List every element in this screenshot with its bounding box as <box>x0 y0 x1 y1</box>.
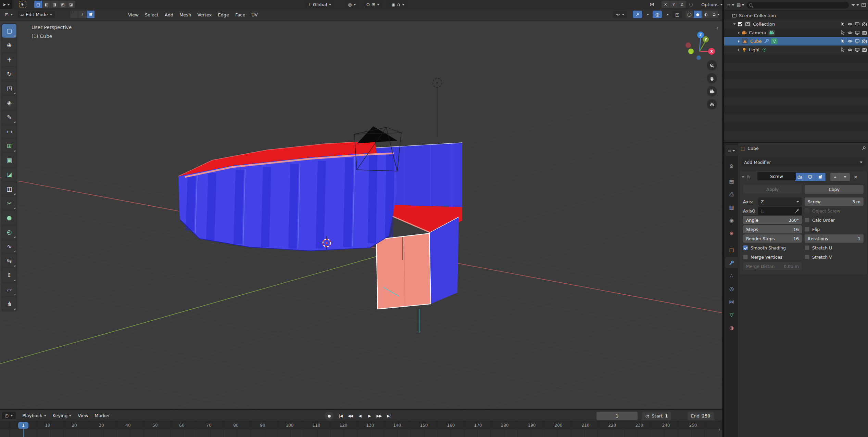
outliner-search[interactable] <box>746 2 849 9</box>
gizmo-neg-x[interactable] <box>685 42 691 48</box>
shading-wireframe-button[interactable]: ◯ <box>685 11 694 18</box>
tool-move[interactable]: + <box>2 53 16 66</box>
mirror-y-button[interactable]: Y <box>670 1 678 8</box>
record-button[interactable]: ● <box>325 412 334 420</box>
mirror-z-button[interactable]: Z <box>678 1 686 8</box>
search-input[interactable] <box>754 3 846 8</box>
tool-inset-faces[interactable]: ▣ <box>2 153 16 167</box>
pivot-point-dropdown[interactable]: ◎ <box>345 1 359 8</box>
hide-eye-icon[interactable] <box>847 39 853 44</box>
move-up-button[interactable] <box>830 173 840 181</box>
menu-face[interactable]: Face <box>232 11 248 19</box>
zoom-button[interactable] <box>707 60 717 70</box>
viewport-canvas[interactable] <box>0 21 722 409</box>
proportional-edit-group[interactable]: ◉∩ <box>389 1 407 8</box>
stretch-v-row[interactable]: Stretch V <box>805 253 864 261</box>
tool-transform[interactable]: ◈ <box>2 96 16 110</box>
perspective-toggle-button[interactable] <box>707 99 717 110</box>
filter-button[interactable] <box>851 4 859 6</box>
stretch-u-checkbox[interactable] <box>805 245 809 250</box>
select-arrow-icon[interactable] <box>840 30 845 35</box>
pan-button[interactable] <box>707 73 717 83</box>
tool-smooth[interactable]: ∿ <box>2 240 16 253</box>
shading-solid-button[interactable]: ● <box>694 11 702 18</box>
tool-loop-cut[interactable]: ◫ <box>2 182 16 196</box>
snap-toggle-group[interactable]: Ω⊞ <box>364 1 382 8</box>
collapse-icon[interactable] <box>742 176 744 178</box>
tab-modifiers[interactable] <box>725 257 738 268</box>
tab-scene[interactable]: ◉ <box>725 215 738 226</box>
select-subtract-button[interactable]: ◨ <box>51 1 59 8</box>
tab-physics[interactable]: ◎ <box>725 283 738 294</box>
frame-end-field[interactable]: End 250 <box>688 412 714 420</box>
select-intersect-button[interactable]: ◪ <box>67 1 75 8</box>
current-frame-field[interactable]: 1 <box>596 412 638 420</box>
menu-keying[interactable]: Keying <box>50 411 75 420</box>
options-dropdown[interactable]: Options <box>699 1 726 8</box>
tool-annotate[interactable]: ✎ <box>2 110 16 124</box>
editor-type-button[interactable]: ⊡ <box>2 11 16 18</box>
disclosure-icon[interactable] <box>733 23 736 25</box>
hide-eye-icon[interactable] <box>847 22 853 27</box>
current-frame-badge[interactable]: 1 <box>18 422 28 429</box>
realtime-toggle[interactable] <box>805 173 815 181</box>
jump-to-start-button[interactable]: |◀ <box>336 412 345 420</box>
merge-vertices-checkbox[interactable] <box>743 255 748 259</box>
tab-view-layer[interactable]: ▥ <box>725 202 738 213</box>
tool-knife[interactable]: ✂ <box>2 196 16 210</box>
screw-slider[interactable]: Screw3 m <box>805 197 864 206</box>
shading-chevron-icon[interactable] <box>717 14 720 15</box>
outliner-row-scene-collection[interactable]: Scene Collection <box>724 11 868 20</box>
eyedropper-icon[interactable] <box>795 209 799 213</box>
tool-bevel[interactable]: ◪ <box>2 168 16 181</box>
menu-mesh[interactable]: Mesh <box>176 11 194 19</box>
playhead-line[interactable] <box>23 429 24 437</box>
outliner-display-mode-button[interactable]: ▤ <box>737 3 744 7</box>
stretch-v-checkbox[interactable] <box>805 255 809 259</box>
close-icon[interactable]: ✕ <box>854 175 857 180</box>
tool-rotate[interactable]: ↻ <box>2 67 16 81</box>
angle-slider[interactable]: Angle360° <box>743 216 802 224</box>
tab-object-data[interactable]: ▽ <box>725 309 738 320</box>
frame-start-field[interactable]: ◔ Start 1 <box>642 412 671 420</box>
axis-dropdown[interactable]: Z <box>758 197 802 206</box>
render-disable-icon[interactable] <box>862 22 867 27</box>
camera-view-button[interactable] <box>707 86 717 97</box>
select-invert-button[interactable]: ◩ <box>59 1 67 8</box>
menu-select[interactable]: Select <box>142 11 162 19</box>
menu-marker[interactable]: Marker <box>91 411 113 420</box>
tool-cursor[interactable]: ⊕ <box>2 38 16 52</box>
overlays-chevron-icon[interactable] <box>666 14 669 15</box>
copy-button[interactable]: Copy <box>805 185 864 194</box>
menu-view[interactable]: View <box>125 11 142 19</box>
active-tool-dropdown[interactable]: ➤ <box>0 0 12 9</box>
play-button[interactable]: ▶ <box>365 412 374 420</box>
calc-order-row[interactable]: Calc Order <box>805 216 864 224</box>
tab-material[interactable]: ◑ <box>725 322 738 333</box>
select-extend-button[interactable]: ◧ <box>42 1 51 8</box>
previous-keyframe-button[interactable]: ◀◀ <box>346 412 355 420</box>
timeline-editor-type-button[interactable]: ◷ <box>2 412 16 419</box>
tool-measure[interactable]: ▭ <box>2 125 16 138</box>
collection-checkbox[interactable] <box>738 22 742 26</box>
menu-edge[interactable]: Edge <box>215 11 232 19</box>
disclosure-icon[interactable] <box>738 49 740 51</box>
render-steps-slider[interactable]: Render Steps16 <box>743 234 802 243</box>
stretch-u-row[interactable]: Stretch U <box>805 244 864 252</box>
shading-material-button[interactable]: ◐ <box>702 11 710 18</box>
xray-toggle[interactable]: ◰ <box>672 11 682 18</box>
transform-orientation-dropdown[interactable]: ⟂ Global <box>305 1 334 8</box>
menu-view-timeline[interactable]: View <box>75 411 91 420</box>
tool-edge-slide[interactable]: ⇆ <box>2 254 16 268</box>
calc-order-checkbox[interactable] <box>805 218 809 222</box>
render-disable-icon[interactable] <box>862 47 867 52</box>
outliner-row-camera[interactable]: Camera <box>724 28 868 37</box>
gizmo-neg-z[interactable] <box>696 55 701 60</box>
tool-rip-region[interactable]: ⋔ <box>2 297 16 311</box>
tool-scale[interactable]: ◳ <box>2 81 16 95</box>
outliner-row-light[interactable]: Light <box>724 46 868 54</box>
flip-checkbox[interactable] <box>805 227 809 232</box>
face-select-button[interactable] <box>87 11 95 18</box>
disclosure-icon[interactable] <box>738 40 740 43</box>
viewport-disable-icon[interactable] <box>855 39 860 44</box>
